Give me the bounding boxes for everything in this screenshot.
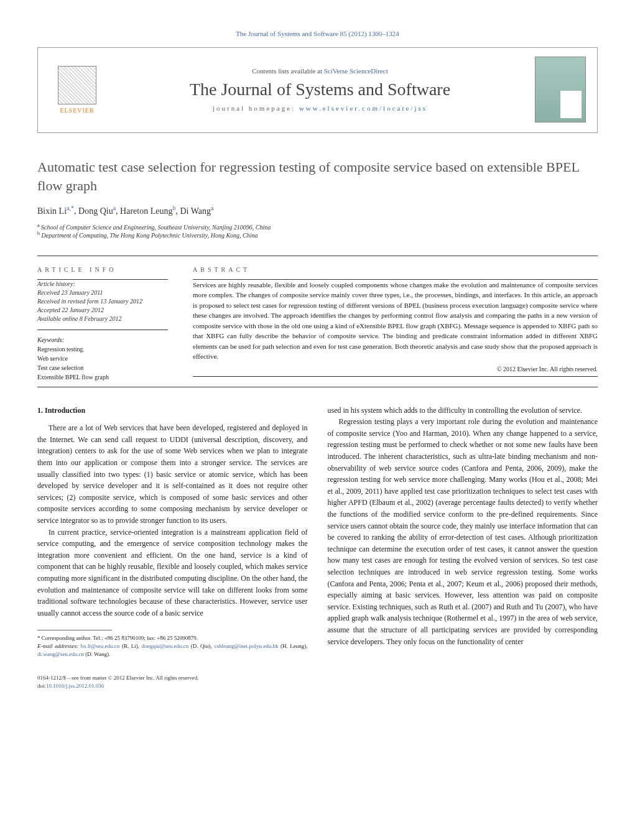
divider bbox=[37, 256, 598, 256]
keywords-list: Regression testing Web service Test case… bbox=[37, 344, 168, 382]
elsevier-tree-icon bbox=[58, 66, 96, 104]
section-heading-introduction: 1. Introduction bbox=[37, 405, 308, 417]
author-email-link[interactable]: di.wang@seu.edu.cn bbox=[37, 651, 84, 657]
affiliations: a School of Computer Science and Enginee… bbox=[37, 223, 598, 239]
history-item: Available online 8 February 2012 bbox=[37, 315, 168, 323]
body-paragraph: In current practice, service-oriented in… bbox=[37, 527, 308, 619]
keyword: Test case selection bbox=[37, 363, 168, 372]
journal-header-box: ELSEVIER Contents lists available at Sci… bbox=[37, 47, 598, 133]
email-label: E-mail addresses: bbox=[37, 643, 78, 649]
email-addresses-line: E-mail addresses: bx.li@seu.edu.cn (B. L… bbox=[37, 642, 308, 658]
corresponding-author-note: * Corresponding author. Tel.: +86 25 837… bbox=[37, 634, 308, 642]
homepage-prefix: journal homepage: bbox=[213, 104, 299, 112]
email-owner: (H. Leung) bbox=[280, 643, 306, 649]
affil-sup: a bbox=[37, 223, 40, 228]
right-column: used in his system which adds to the dif… bbox=[328, 405, 598, 658]
history-item: Received in revised form 13 January 2012 bbox=[37, 297, 168, 306]
author-email-link[interactable]: dongqiu@seu.edu.cn bbox=[141, 643, 188, 649]
page-footer: 0164-1212/$ – see front matter © 2012 El… bbox=[37, 674, 598, 690]
affiliation-text: School of Computer Science and Engineeri… bbox=[41, 224, 271, 231]
author: Di Wang bbox=[180, 206, 211, 216]
publisher-logo: ELSEVIER bbox=[49, 58, 105, 121]
history-item: Accepted 22 January 2012 bbox=[37, 306, 168, 315]
email-owner: (D. Qiu) bbox=[191, 643, 211, 649]
keyword: Regression testing bbox=[37, 344, 168, 354]
footnotes: * Corresponding author. Tel.: +86 25 837… bbox=[37, 634, 308, 658]
author: Hareton Leung bbox=[120, 206, 172, 216]
keyword: Web service bbox=[37, 354, 168, 363]
history-item: Received 23 January 2011 bbox=[37, 288, 168, 297]
email-owner: (B. Li) bbox=[122, 643, 138, 649]
author-affil-sup: a bbox=[211, 205, 213, 211]
left-column: 1. Introduction There are a lot of Web s… bbox=[37, 405, 308, 658]
history-heading: Article history: bbox=[37, 280, 168, 288]
affiliation-text: Department of Computing, The Hong Kong P… bbox=[42, 233, 258, 239]
body-paragraph: Regression testing plays a very importan… bbox=[328, 416, 598, 647]
article-title: Automatic test case selection for regres… bbox=[37, 158, 598, 195]
issn-copyright-line: 0164-1212/$ – see front matter © 2012 El… bbox=[37, 674, 598, 682]
doi-link[interactable]: 10.1016/j.jss.2012.01.036 bbox=[46, 683, 104, 689]
doi-prefix: doi: bbox=[37, 683, 46, 689]
article-history: Article history: Received 23 January 201… bbox=[37, 280, 168, 330]
author-affil-sup: a bbox=[113, 205, 116, 211]
author-email-link[interactable]: cshleung@inet.polyu.edu.hk bbox=[214, 643, 278, 649]
author-affil-sup: b bbox=[172, 205, 175, 211]
author: Bixin Li bbox=[37, 206, 67, 216]
author: Dong Qiu bbox=[78, 206, 113, 216]
body-columns: 1. Introduction There are a lot of Web s… bbox=[37, 405, 598, 658]
body-paragraph: There are a lot of Web services that hav… bbox=[37, 422, 308, 526]
publisher-logo-text: ELSEVIER bbox=[60, 107, 94, 114]
author-affil-sup: a,* bbox=[67, 205, 74, 211]
abstract-label: abstract bbox=[193, 266, 598, 273]
journal-homepage-link[interactable]: www.elsevier.com/locate/jss bbox=[299, 104, 427, 112]
journal-homepage-line: journal homepage: www.elsevier.com/locat… bbox=[115, 104, 525, 112]
doi-line: doi:10.1016/j.jss.2012.01.036 bbox=[37, 682, 598, 690]
sciencedirect-link[interactable]: SciVerse ScienceDirect bbox=[324, 67, 388, 75]
divider bbox=[193, 376, 598, 377]
copyright-line: © 2012 Elsevier Inc. All rights reserved… bbox=[193, 366, 598, 372]
divider bbox=[37, 387, 598, 387]
email-owner: (D. Wang). bbox=[85, 651, 110, 657]
body-paragraph: used in his system which adds to the dif… bbox=[328, 405, 598, 417]
article-info-label: article info bbox=[37, 266, 168, 273]
keyword: Extensible BPEL flow graph bbox=[37, 372, 168, 382]
journal-cover-thumbnail bbox=[535, 57, 586, 122]
contents-lists-line: Contents lists available at SciVerse Sci… bbox=[115, 67, 525, 75]
abstract-text: Services are highly reusable, flexible a… bbox=[193, 280, 598, 362]
authors-line: Bixin Lia,*, Dong Qiua, Hareton Leungb, … bbox=[37, 205, 598, 216]
affil-sup: b bbox=[37, 231, 40, 236]
running-header: The Journal of Systems and Software 85 (… bbox=[37, 30, 598, 37]
footnote-separator bbox=[37, 630, 112, 630]
contents-prefix: Contents lists available at bbox=[252, 67, 323, 75]
journal-title: The Journal of Systems and Software bbox=[115, 80, 525, 99]
author-email-link[interactable]: bx.li@seu.edu.cn bbox=[81, 643, 120, 649]
keywords-heading: Keywords: bbox=[37, 336, 168, 343]
